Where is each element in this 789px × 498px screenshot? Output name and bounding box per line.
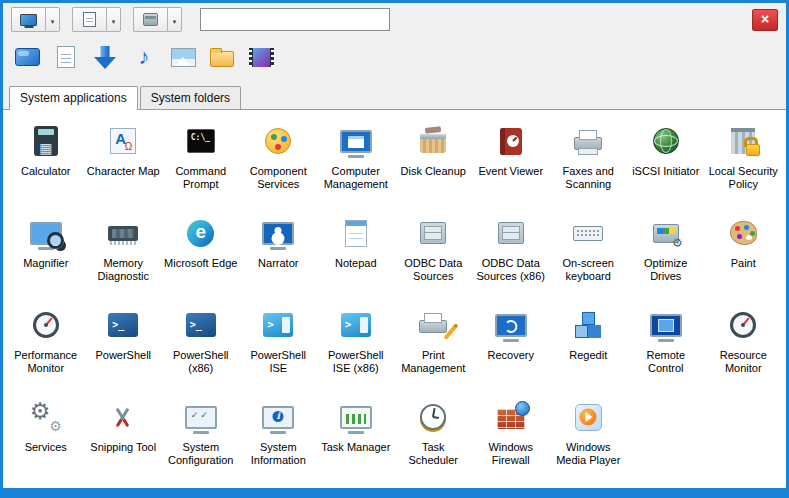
app-tile-powershell-ise-x86[interactable]: PowerShell ISE (x86) xyxy=(317,302,395,390)
folder-icon xyxy=(210,51,234,67)
app-tile-resource-monitor[interactable]: Resource Monitor xyxy=(705,302,783,390)
app-tile-event-viewer[interactable]: Event Viewer xyxy=(472,118,550,206)
app-tile-task-scheduler[interactable]: Task Scheduler xyxy=(395,394,473,482)
app-tile-magnifier[interactable]: Magnifier xyxy=(7,210,85,298)
close-button[interactable] xyxy=(752,9,778,31)
component-services-icon xyxy=(240,120,318,162)
app-tile-component-services[interactable]: Component Services xyxy=(240,118,318,206)
view-dropdown-button[interactable] xyxy=(11,7,45,32)
music-button[interactable] xyxy=(126,39,162,75)
app-tile-performance-monitor[interactable]: Performance Monitor xyxy=(7,302,85,390)
app-tile-notepad[interactable]: Notepad xyxy=(317,210,395,298)
app-label: Local Security Policy xyxy=(706,165,781,190)
app-tile-powershell[interactable]: PowerShell xyxy=(85,302,163,390)
documents-dropdown-arrow[interactable] xyxy=(106,7,121,32)
services-icon xyxy=(7,396,85,438)
app-tile-disk-cleanup[interactable]: Disk Cleanup xyxy=(395,118,473,206)
app-tile-memory-diagnostic[interactable]: Memory Diagnostic xyxy=(85,210,163,298)
app-label: Resource Monitor xyxy=(706,349,781,374)
app-tile-windows-firewall[interactable]: Windows Firewall xyxy=(472,394,550,482)
documents-dropdown-button[interactable] xyxy=(72,7,106,32)
remote-control-icon xyxy=(627,304,705,346)
app-label: Regedit xyxy=(569,349,607,362)
task-scheduler-icon xyxy=(395,396,473,438)
app-label: Task Scheduler xyxy=(396,441,471,466)
app-label: System Information xyxy=(241,441,316,466)
tab-system-applications[interactable]: System applications xyxy=(9,86,138,110)
magnifier-icon xyxy=(7,212,85,254)
screen-button[interactable] xyxy=(9,39,45,75)
app-tile-faxes-and-scanning[interactable]: Faxes and Scanning xyxy=(550,118,628,206)
app-label: Performance Monitor xyxy=(8,349,83,374)
app-tile-snipping-tool[interactable]: Snipping Tool xyxy=(85,394,163,482)
film-strip-icon xyxy=(249,48,274,67)
archive-dropdown-arrow[interactable] xyxy=(167,7,182,32)
faxes-and-scanning-icon xyxy=(550,120,628,162)
music-note-icon xyxy=(139,46,150,68)
app-tile-odbc-data-sources-x86[interactable]: ODBC Data Sources (x86) xyxy=(472,210,550,298)
event-viewer-icon xyxy=(472,120,550,162)
tab-system-folders[interactable]: System folders xyxy=(140,86,241,109)
app-tile-print-management[interactable]: Print Management xyxy=(395,302,473,390)
calculator-icon xyxy=(7,120,85,162)
app-tile-calculator[interactable]: Calculator xyxy=(7,118,85,206)
filter-input[interactable] xyxy=(200,8,390,31)
documents-icon xyxy=(83,12,96,27)
app-tile-paint[interactable]: Paint xyxy=(705,210,783,298)
app-tile-on-screen-keyboard[interactable]: On-screen keyboard xyxy=(550,210,628,298)
app-tile-local-security-policy[interactable]: Local Security Policy xyxy=(705,118,783,206)
recovery-icon xyxy=(472,304,550,346)
app-tile-system-configuration[interactable]: System Configuration xyxy=(162,394,240,482)
powershell-ise-icon xyxy=(317,304,395,346)
app-label: Disk Cleanup xyxy=(401,165,466,178)
app-tile-optimize-drives[interactable]: Optimize Drives xyxy=(627,210,705,298)
app-tile-iscsi-initiator[interactable]: iSCSI Initiator xyxy=(627,118,705,206)
app-label: Calculator xyxy=(21,165,71,178)
app-tile-microsoft-edge[interactable]: Microsoft Edge xyxy=(162,210,240,298)
app-label: Magnifier xyxy=(23,257,68,270)
tab-bar: System applications System folders xyxy=(3,81,786,110)
app-label: Services xyxy=(25,441,67,454)
app-label: PowerShell ISE xyxy=(241,349,316,374)
view-dropdown-arrow[interactable] xyxy=(45,7,60,32)
text-document-icon xyxy=(57,46,75,68)
app-tile-task-manager[interactable]: Task Manager xyxy=(317,394,395,482)
paint-icon xyxy=(705,212,783,254)
text-document-button[interactable] xyxy=(48,39,84,75)
app-tile-services[interactable]: Services xyxy=(7,394,85,482)
archive-dropdown-button[interactable] xyxy=(133,7,167,32)
app-tile-system-information[interactable]: System Information xyxy=(240,394,318,482)
main-toolbar xyxy=(3,3,786,35)
app-label: ODBC Data Sources (x86) xyxy=(473,257,548,282)
app-tile-remote-control[interactable]: Remote Control xyxy=(627,302,705,390)
app-tile-recovery[interactable]: Recovery xyxy=(472,302,550,390)
app-label: Print Management xyxy=(396,349,471,374)
picture-button[interactable] xyxy=(165,39,201,75)
app-tile-character-map[interactable]: Character Map xyxy=(85,118,163,206)
download-button[interactable] xyxy=(87,39,123,75)
app-label: Optimize Drives xyxy=(628,257,703,282)
folder-button[interactable] xyxy=(204,39,240,75)
documents-dropdown xyxy=(72,7,121,32)
app-tile-powershell-x86[interactable]: PowerShell (x86) xyxy=(162,302,240,390)
app-tile-windows-media-player[interactable]: Windows Media Player xyxy=(550,394,628,482)
app-tile-narrator[interactable]: Narrator xyxy=(240,210,318,298)
app-tile-command-prompt[interactable]: Command Prompt xyxy=(162,118,240,206)
powershell-icon xyxy=(85,304,163,346)
view-dropdown xyxy=(11,7,60,32)
film-button[interactable] xyxy=(243,39,279,75)
optimize-drives-icon xyxy=(627,212,705,254)
system-information-icon xyxy=(240,396,318,438)
app-tile-regedit[interactable]: Regedit xyxy=(550,302,628,390)
app-tile-odbc-data-sources[interactable]: ODBC Data Sources xyxy=(395,210,473,298)
microsoft-edge-icon xyxy=(162,212,240,254)
archive-icon xyxy=(143,13,158,26)
powershell-icon xyxy=(162,304,240,346)
chevron-down-icon xyxy=(50,12,56,27)
gauge-icon xyxy=(7,304,85,346)
app-tile-powershell-ise[interactable]: PowerShell ISE xyxy=(240,302,318,390)
app-label: Character Map xyxy=(87,165,160,178)
app-label: PowerShell xyxy=(95,349,151,362)
app-label: Event Viewer xyxy=(478,165,543,178)
app-tile-computer-management[interactable]: Computer Management xyxy=(317,118,395,206)
